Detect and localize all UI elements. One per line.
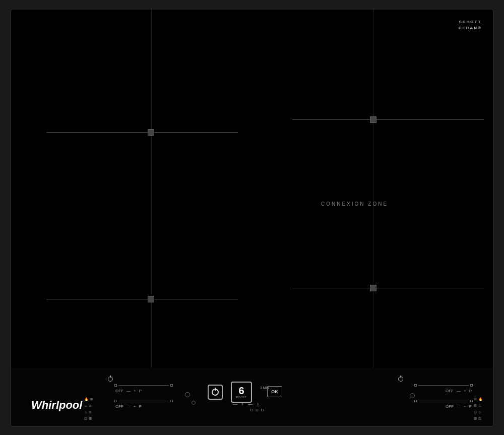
off-label-rt: OFF (446, 389, 454, 393)
zone-divider-left (151, 10, 152, 368)
plus-lb[interactable]: + (134, 404, 136, 409)
boost-button[interactable]: 6 BOOST (231, 382, 252, 403)
right-icon-row-1: ⊞ 🔥 (474, 397, 483, 401)
slider-track-lt (118, 385, 169, 386)
center-minus2[interactable]: — (248, 402, 253, 407)
zone-lt-control-row1[interactable] (114, 384, 173, 387)
zone-bl-center (148, 296, 154, 302)
right-center-indicator (410, 393, 415, 398)
slider-end-sq (170, 384, 173, 387)
zone-divider-right (373, 10, 373, 368)
icon-label-3: ⊟ (89, 410, 91, 414)
center-plus2[interactable]: + (257, 402, 259, 407)
slider-end-sq-rt (470, 384, 473, 387)
zone-tr-h-line (292, 119, 484, 120)
zone-lt-labels: OFF — + P (115, 389, 142, 393)
p-lt: P (139, 389, 142, 393)
center-sq-2 (261, 409, 264, 411)
right-zone-icons: ⊞ 🔥 ⊟ ♨ ⊟ ♨ ☰ ⊡ (474, 397, 483, 421)
right-icon-2: ♨ (478, 404, 481, 408)
whirlpool-logo: Whirlpool (31, 399, 82, 412)
icon-row-4: ⊡ ☰ (84, 417, 93, 421)
slider-end-sq-lb (170, 400, 173, 402)
slider-start-sq-rb (414, 400, 417, 402)
power-indicator-right (398, 377, 403, 382)
zone-br-center (370, 285, 376, 291)
zone-br-h-line (292, 288, 484, 289)
minus-rt[interactable]: — (457, 389, 461, 393)
right-icon-3: ♨ (478, 410, 481, 414)
zone-lb-control-row[interactable] (114, 400, 173, 402)
off-label-lb: OFF (115, 404, 123, 409)
connexion-zone-label: CONNEXION ZONE (321, 201, 388, 207)
zone-rt-labels: OFF — + P (446, 389, 472, 393)
center-indicator-l (185, 392, 190, 397)
off-label-lt: OFF (115, 389, 123, 393)
boost-number: 6 (238, 386, 244, 396)
zone-tr-center (370, 116, 376, 123)
slider-start-sq-rt (414, 384, 417, 387)
p-lb: P (139, 404, 142, 409)
zone-rb-labels: OFF — + P (446, 404, 472, 409)
schott-ceran-logo: SCHOTT CERAN® (459, 19, 482, 31)
zone-bl-h-line (46, 299, 238, 300)
zone-lb-labels: OFF — + P (115, 404, 142, 409)
right-icon-5: ⊡ (478, 417, 481, 421)
center-indicator-l2 (192, 401, 196, 405)
control-panel: Whirlpool 🔥 ⊞ ♨ ⊟ ♨ ⊟ ⊡ ☰ (11, 368, 493, 426)
flame-icon-3: ♨ (84, 410, 87, 414)
center-minus[interactable]: — (233, 402, 237, 407)
right-flame-2: ⊟ (474, 404, 477, 408)
zone-tl-h-line (46, 132, 238, 133)
zone-tl-center (148, 129, 154, 136)
icon-row-2: ♨ ⊟ (84, 404, 93, 408)
plus-rb[interactable]: + (464, 404, 466, 409)
plus-lt[interactable]: + (134, 389, 136, 393)
ok-button[interactable]: OK (267, 386, 282, 397)
center-icon-label: ⊞ (256, 408, 259, 412)
right-icon-row-3: ⊟ ♨ (474, 410, 483, 414)
center-plus-minus: — + — + (233, 402, 260, 407)
slider-track-rt (418, 385, 469, 386)
flame-icon-2: ♨ (84, 404, 87, 408)
slider-end-sq-rb (470, 400, 473, 402)
boost-label: BOOST (236, 396, 247, 399)
power-indicator-left-top (108, 377, 113, 382)
icon-label-1: ⊞ (90, 397, 93, 401)
slider-start-sq (114, 384, 117, 387)
cooktop: SCHOTT CERAN® CONNEXION ZONE Whirlpool 🔥… (10, 9, 494, 427)
slider-track-lb (118, 401, 169, 401)
zone-rt-control-row[interactable] (414, 384, 473, 387)
right-icon-row-4: ☰ ⊡ (474, 417, 483, 421)
right-icon-4: ☰ (474, 417, 477, 421)
p-rb: P (469, 404, 472, 409)
center-sq-1 (250, 409, 253, 411)
icon-row-3: ♨ ⊟ (84, 410, 93, 414)
right-flame-1: ⊞ (474, 397, 477, 401)
flame-icon-1: 🔥 (84, 397, 89, 401)
center-bottom-icons: ⊞ (250, 408, 264, 412)
plus-rt[interactable]: + (464, 389, 466, 393)
right-icon-row-2: ⊟ ♨ (474, 404, 483, 408)
off-label-rb: OFF (446, 404, 454, 409)
power-on-button[interactable] (208, 385, 223, 400)
center-plus[interactable]: + (241, 402, 244, 407)
zone-rb-control-row[interactable] (414, 400, 473, 402)
minus-lt[interactable]: — (127, 389, 131, 393)
slider-track-rb (418, 401, 469, 401)
left-zone-icons: 🔥 ⊞ ♨ ⊟ ♨ ⊟ ⊡ ☰ (84, 397, 93, 421)
icon-label-2: ⊟ (89, 404, 91, 408)
minus-rb[interactable]: — (457, 404, 461, 409)
icon-4: ⊡ (84, 417, 87, 421)
p-rt: P (469, 389, 472, 393)
minus-lb[interactable]: — (127, 404, 131, 409)
icon-label-4: ☰ (89, 417, 92, 421)
icon-row-1: 🔥 ⊞ (84, 397, 93, 401)
right-icon-1: 🔥 (478, 397, 483, 401)
slider-start-sq-lb (114, 400, 117, 402)
power-line (215, 388, 216, 391)
right-flame-3: ⊟ (474, 410, 477, 414)
power-on-icon (212, 389, 219, 396)
